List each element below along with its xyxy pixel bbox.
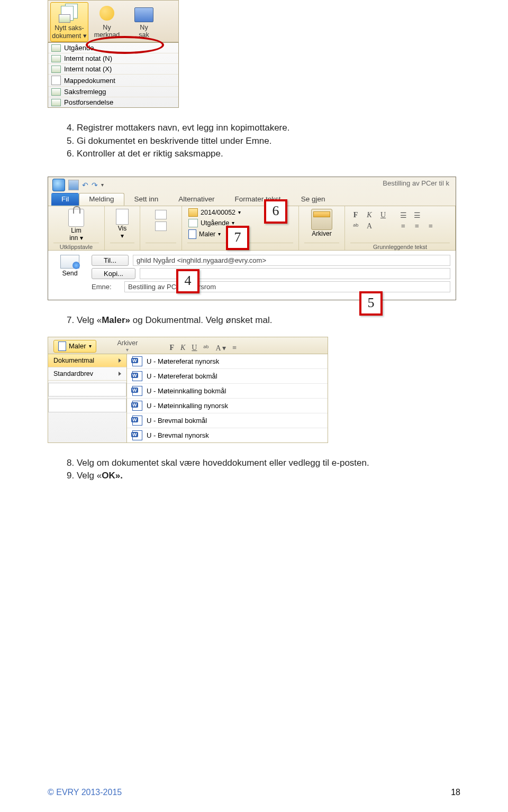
- copy-icon[interactable]: [155, 210, 167, 219]
- envelope-icon: [51, 88, 61, 96]
- template-item[interactable]: U - Møtereferat bokmål: [127, 369, 328, 384]
- envelope-icon: [51, 99, 61, 106]
- qat-dropdown-icon[interactable]: ▾: [101, 182, 104, 188]
- highlighter-button[interactable]: ᵃᵇ: [350, 222, 361, 232]
- archive-icon: [311, 209, 332, 230]
- clipboard-icon: [68, 209, 84, 227]
- template-item[interactable]: U - Møteinnkalling bokmål: [127, 384, 328, 399]
- step-8: 8. Velg om dokumentet skal være hoveddok…: [67, 457, 460, 470]
- label: merknad: [88, 31, 125, 39]
- template-item[interactable]: U - Brevmal bokmål: [127, 413, 328, 428]
- callout-4: 4: [176, 269, 199, 293]
- step-7: 7. Velg «Maler» og Dokumentmal. Velg øns…: [67, 314, 460, 327]
- menu-item-internt-n[interactable]: Internt notat (N): [48, 53, 178, 64]
- tab-melding[interactable]: Melding: [79, 193, 124, 206]
- page-icon: [116, 209, 129, 225]
- qat-redo-icon[interactable]: ↷: [92, 181, 98, 189]
- bullets-button[interactable]: ☰: [398, 211, 409, 220]
- template-item[interactable]: U - Brevmal nynorsk: [127, 428, 328, 442]
- step-4: 4. Registrer mottakers navn, evt legg in…: [67, 122, 460, 135]
- instruction-list-3: 8. Velg om dokumentet skal være hoveddok…: [67, 457, 460, 483]
- menu-item-mappedokument[interactable]: Mappedokument: [48, 75, 178, 87]
- highlighter-button[interactable]: ᵃᵇ: [203, 344, 209, 353]
- word-icon: [132, 430, 142, 440]
- vis-button[interactable]: Vis▾: [110, 208, 134, 241]
- word-icon: [132, 371, 142, 381]
- ribbon-btn-nytt-saksdokument[interactable]: Nytt saks- dokument ▾: [50, 2, 88, 42]
- menu-item-dokumentmal[interactable]: Dokumentmal: [48, 354, 126, 367]
- send-button[interactable]: Send: [53, 255, 86, 294]
- tab-se-gjennom[interactable]: Se gjen: [291, 193, 335, 206]
- label: Ny: [125, 24, 162, 31]
- word-icon: [132, 416, 142, 426]
- numbering-button[interactable]: ☰: [412, 211, 422, 220]
- folder-icon: [188, 208, 198, 217]
- label: sak: [125, 31, 162, 39]
- cc-button[interactable]: Kopi...: [92, 268, 135, 279]
- italic-button[interactable]: K: [180, 344, 185, 352]
- word-icon: [132, 401, 142, 411]
- copy-icon[interactable]: [155, 222, 167, 231]
- step-6: 6. Kontroller at det er riktig saksmappe…: [67, 147, 460, 161]
- font-color-button[interactable]: A: [364, 222, 375, 232]
- page-footer: © EVRY 2013-2015 18: [48, 788, 460, 797]
- menu-item-internt-x[interactable]: Internt notat (X): [48, 64, 178, 75]
- menu-item-saksfremlegg[interactable]: Saksfremlegg: [48, 87, 178, 97]
- callout-5: 5: [359, 291, 383, 316]
- bold-button[interactable]: F: [169, 344, 174, 352]
- arkiver-button[interactable]: Arkiver: [304, 208, 339, 238]
- group-clipboard: Utklippstavle: [53, 243, 99, 250]
- blank-input[interactable]: [48, 399, 126, 412]
- callout-7: 7: [226, 226, 249, 250]
- font-color-button[interactable]: A ▾: [215, 344, 226, 353]
- tab-fil[interactable]: Fil: [51, 193, 79, 206]
- word-icon: [188, 229, 196, 239]
- word-icon: [132, 386, 142, 396]
- footer-page-number: 18: [451, 788, 460, 797]
- send-icon: [60, 255, 79, 269]
- envelope-icon: [51, 66, 61, 73]
- menu-item-utgaende[interactable]: Utgående: [48, 43, 178, 53]
- paste-button[interactable]: Liminn ▾: [53, 208, 99, 243]
- label: dokument ▾: [51, 32, 88, 40]
- to-field[interactable]: ghild Nygård <inghild.nygaard@evry.com>: [133, 255, 450, 266]
- chevron-right-icon: [119, 372, 121, 376]
- italic-button[interactable]: K: [364, 211, 375, 220]
- arkiver-label: Arkiver: [117, 339, 138, 347]
- qat-save-icon[interactable]: [68, 180, 79, 190]
- to-button[interactable]: Til...: [92, 255, 129, 266]
- word-icon: [132, 356, 142, 366]
- qat-undo-icon[interactable]: ↶: [82, 181, 88, 189]
- app-orb-icon[interactable]: [52, 179, 65, 191]
- menu-item-standardbrev[interactable]: Standardbrev: [48, 367, 126, 381]
- template-item[interactable]: U - Møteinnkalling nynorsk: [127, 399, 328, 413]
- document-icon: [51, 76, 61, 85]
- envelope-icon: [51, 44, 61, 52]
- align-center-button[interactable]: ≡: [412, 222, 422, 232]
- footer-copyright: © EVRY 2013-2015: [48, 788, 122, 797]
- tab-sett-inn[interactable]: Sett inn: [124, 193, 169, 206]
- window-title: Bestilling av PCer til k: [383, 179, 449, 187]
- figure-compose-ribbon: Bestilling av PCer til k ↶ ↷ ▾ Fil Meldi…: [48, 177, 456, 300]
- tab-alternativer[interactable]: Alternativer: [168, 193, 224, 206]
- ribbon-btn-ny-sak[interactable]: Ny sak: [125, 2, 162, 42]
- menu-item-postforsendelse[interactable]: Postforsendelse: [48, 97, 178, 107]
- align-right-button[interactable]: ≡: [425, 222, 436, 232]
- blank-input[interactable]: [48, 383, 126, 396]
- bold-button[interactable]: F: [350, 211, 361, 220]
- align-left-button[interactable]: ≡: [398, 222, 409, 232]
- subject-label: Emne:: [92, 283, 120, 291]
- dropdown-menu: Utgående Internt notat (N) Internt notat…: [48, 42, 179, 108]
- instruction-list-2: 7. Velg «Maler» og Dokumentmal. Velg øns…: [67, 314, 460, 327]
- underline-button[interactable]: U: [378, 211, 388, 220]
- subject-field[interactable]: Bestilling av PCer til kursrom: [124, 281, 450, 292]
- envelope-icon: [188, 219, 198, 227]
- align-button[interactable]: ≡: [232, 344, 237, 352]
- underline-button[interactable]: U: [192, 344, 197, 352]
- figure-maler-submenu: Maler▾ Arkiver ▾ F K U ᵃᵇ A ▾ ≡ Dokument…: [48, 337, 328, 443]
- template-item[interactable]: U - Møtereferat nynorsk: [127, 354, 328, 369]
- group-basic-text: Grunnleggende tekst: [350, 243, 450, 250]
- instruction-list-1: 4. Registrer mottakers navn, evt legg in…: [67, 122, 460, 161]
- maler-dropdown[interactable]: Maler▾: [53, 340, 96, 353]
- ribbon-btn-ny-merknad[interactable]: Ny merknad: [88, 2, 125, 42]
